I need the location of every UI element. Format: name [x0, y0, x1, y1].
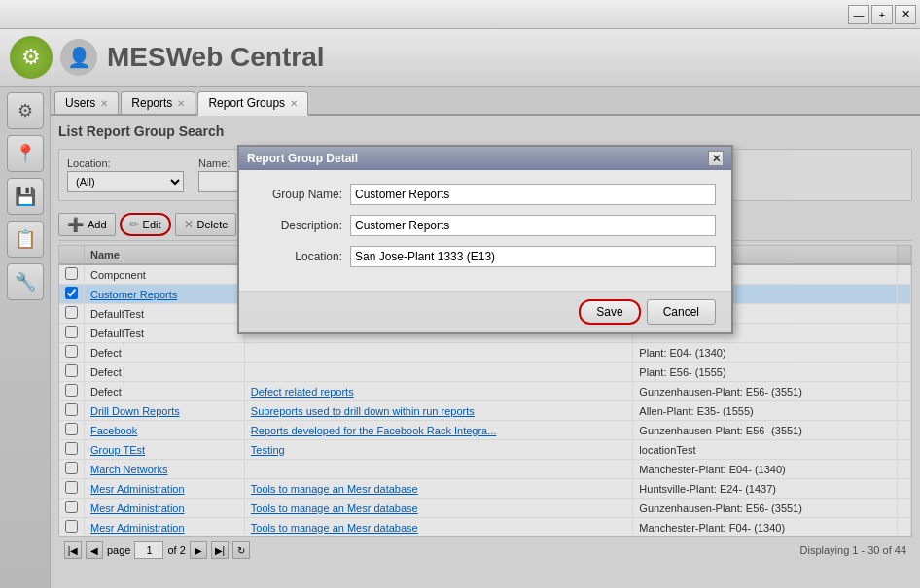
tab-report-groups-label: Report Groups [208, 96, 285, 110]
sidebar-item-settings[interactable]: ⚙ [7, 92, 44, 129]
sidebar-item-database[interactable]: 💾 [7, 178, 44, 215]
modal-description-input[interactable] [350, 215, 716, 236]
tab-reports-close[interactable]: ✕ [177, 98, 185, 109]
main-area: ⚙ 📍 💾 📋 🔧 Users ✕ Reports ✕ Report Group… [0, 87, 920, 588]
group-name-label: Group Name: [255, 188, 342, 201]
tab-reports-label: Reports [131, 96, 172, 110]
tab-users[interactable]: Users ✕ [54, 91, 119, 114]
tab-bar: Users ✕ Reports ✕ Report Groups ✕ [51, 87, 920, 116]
app-logo-icon: ⚙ [10, 36, 53, 79]
title-bar: — + ✕ [0, 0, 920, 29]
modal-title-bar: Report Group Detail ✕ [239, 147, 731, 170]
group-name-field: Group Name: [255, 184, 716, 205]
app-title: MESWeb Central [107, 42, 325, 73]
report-group-detail-modal: Report Group Detail ✕ Group Name: Descri… [237, 145, 733, 334]
tab-users-close[interactable]: ✕ [100, 98, 108, 109]
tab-report-groups-close[interactable]: ✕ [290, 98, 298, 109]
sidebar-item-location[interactable]: 📍 [7, 135, 44, 172]
modal-description-label: Description: [255, 219, 342, 232]
modal-save-button[interactable]: Save [579, 299, 640, 325]
minimize-button[interactable]: — [848, 5, 869, 24]
main-panel: List Report Group Search Location: (All)… [51, 116, 920, 588]
user-avatar-icon: 👤 [60, 39, 97, 76]
app-header: ⚙ 👤 MESWeb Central [0, 29, 920, 87]
modal-body: Group Name: Description: Location: [239, 170, 731, 291]
modal-title: Report Group Detail [247, 152, 358, 165]
modal-overlay: Report Group Detail ✕ Group Name: Descri… [51, 116, 920, 588]
modal-location-input[interactable] [350, 246, 716, 267]
sidebar: ⚙ 📍 💾 📋 🔧 [0, 87, 51, 588]
modal-description-field: Description: [255, 215, 716, 236]
modal-close-button[interactable]: ✕ [708, 151, 724, 166]
modal-location-label: Location: [255, 250, 342, 263]
sidebar-item-config[interactable]: 🔧 [7, 263, 44, 300]
close-button[interactable]: ✕ [895, 5, 916, 24]
group-name-input[interactable] [350, 184, 716, 205]
tab-report-groups[interactable]: Report Groups ✕ [197, 91, 308, 116]
modal-cancel-button[interactable]: Cancel [647, 299, 716, 325]
tab-reports[interactable]: Reports ✕ [121, 91, 195, 114]
modal-location-field: Location: [255, 246, 716, 267]
sidebar-item-reports[interactable]: 📋 [7, 221, 44, 258]
modal-footer: Save Cancel [239, 291, 731, 332]
content-area: Users ✕ Reports ✕ Report Groups ✕ List R… [51, 87, 920, 588]
tab-users-label: Users [65, 96, 95, 110]
maximize-button[interactable]: + [871, 5, 893, 24]
